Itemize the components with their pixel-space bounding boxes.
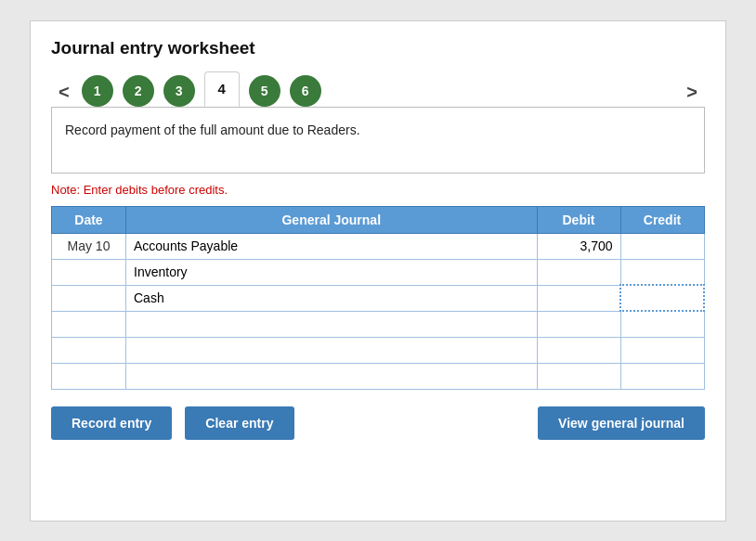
cell-date-1	[52, 259, 126, 285]
cell-date-5	[52, 363, 126, 389]
note-text: Note: Enter debits before credits.	[51, 183, 705, 197]
cell-debit-2[interactable]	[537, 285, 620, 311]
cell-date-4	[52, 337, 126, 363]
cell-date-0: May 10	[52, 233, 126, 259]
col-debit: Debit	[537, 206, 620, 233]
cell-debit-0[interactable]: 3,700	[537, 233, 620, 259]
cell-journal-3[interactable]	[126, 311, 538, 337]
cell-credit-0[interactable]	[620, 233, 704, 259]
cell-credit-3[interactable]	[620, 311, 704, 337]
tab-5[interactable]: 5	[249, 75, 280, 107]
cell-journal-1[interactable]: Inventory	[126, 259, 538, 285]
cell-credit-1[interactable]	[620, 259, 704, 285]
clear-entry-button[interactable]: Clear entry	[185, 406, 293, 440]
col-credit: Credit	[620, 206, 704, 233]
col-journal: General Journal	[126, 206, 538, 233]
view-general-journal-button[interactable]: View general journal	[538, 406, 705, 440]
page-title: Journal entry worksheet	[51, 38, 705, 58]
cell-journal-4[interactable]	[126, 337, 538, 363]
tabs-row: < 1 2 3 4 5 6 >	[51, 71, 705, 107]
cell-debit-4[interactable]	[537, 337, 620, 363]
record-entry-button[interactable]: Record entry	[51, 406, 172, 440]
tab-4-active[interactable]: 4	[204, 71, 240, 107]
next-arrow[interactable]: >	[679, 82, 705, 107]
cell-debit-5[interactable]	[537, 363, 620, 389]
tab-1[interactable]: 1	[82, 75, 113, 107]
description-text: Record payment of the full amount due to…	[65, 122, 360, 137]
buttons-row: Record entry Clear entry View general jo…	[51, 406, 705, 440]
cell-credit-4[interactable]	[620, 337, 704, 363]
cell-journal-2[interactable]: Cash	[126, 285, 538, 311]
col-date: Date	[52, 206, 126, 233]
cell-date-3	[52, 311, 126, 337]
cell-debit-1[interactable]	[537, 259, 620, 285]
journal-table: Date General Journal Debit Credit May 10…	[51, 206, 705, 390]
prev-arrow[interactable]: <	[51, 82, 77, 107]
cell-date-2	[52, 285, 126, 311]
cell-journal-0[interactable]: Accounts Payable	[126, 233, 538, 259]
cell-debit-3[interactable]	[537, 311, 620, 337]
tab-3[interactable]: 3	[163, 75, 195, 107]
tab-2[interactable]: 2	[123, 75, 154, 107]
cell-journal-5[interactable]	[126, 363, 538, 389]
tab-6[interactable]: 6	[290, 75, 321, 107]
description-box: Record payment of the full amount due to…	[51, 107, 705, 174]
cell-credit-5[interactable]	[620, 363, 704, 389]
cell-credit-2[interactable]	[620, 285, 704, 311]
main-card: Journal entry worksheet < 1 2 3 4 5 6 > …	[30, 20, 726, 522]
